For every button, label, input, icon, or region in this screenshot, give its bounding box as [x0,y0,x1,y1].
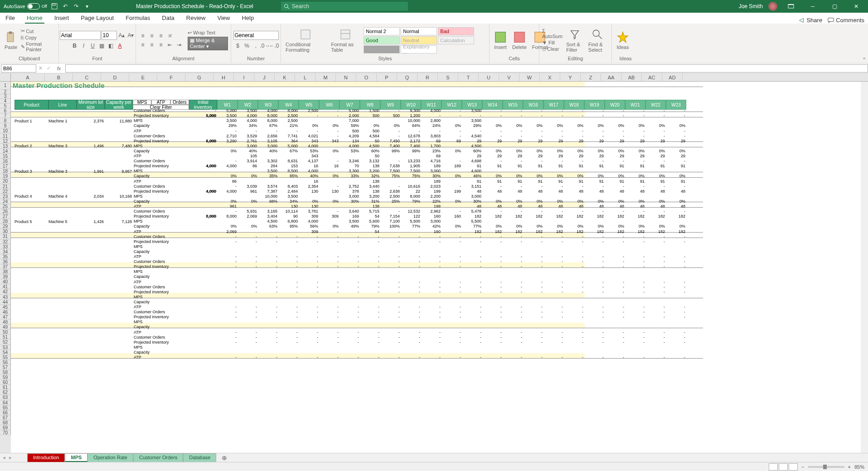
row-header[interactable]: 25 [0,204,11,209]
row-header[interactable]: 18 [0,169,11,174]
column-header[interactable]: E [129,73,157,81]
row-header[interactable]: 37 [0,264,11,269]
column-header[interactable]: Y [560,73,581,81]
menu-tab-review[interactable]: Review [184,13,208,24]
menu-tab-home[interactable]: Home [25,13,44,24]
merge-center-button[interactable]: ▦ Merge & Center ▾ [188,37,228,50]
row-header[interactable]: 8 [0,118,11,123]
menu-tab-file[interactable]: File [4,13,17,24]
row-header[interactable]: 44 [0,300,11,305]
filter-atp-button[interactable]: ATP [151,100,170,105]
column-header[interactable]: U [479,73,499,81]
column-header[interactable]: AA [601,73,621,81]
decrease-font-icon[interactable]: A▾ [127,31,135,39]
page-break-view-icon[interactable] [789,463,798,471]
menu-tab-page-layout[interactable]: Page Layout [79,13,116,24]
column-header[interactable]: N [336,73,356,81]
row-header[interactable]: 13 [0,144,11,149]
row-header[interactable]: 43 [0,295,11,300]
menu-tab-data[interactable]: Data [160,13,176,24]
orientation-icon[interactable]: ⤯ [166,32,174,40]
delete-cells-button[interactable]: Delete [510,30,529,51]
row-header[interactable]: 41 [0,284,11,289]
column-header[interactable]: F [157,73,185,81]
comments-button[interactable]: Comments [828,17,864,24]
row-header[interactable]: 56 [0,360,11,365]
align-right-icon[interactable]: ≡ [157,41,165,49]
row-header[interactable]: 57 [0,365,11,370]
filter-mps-button[interactable]: MPS [133,100,151,105]
row-header[interactable]: 45 [0,305,11,310]
worksheet[interactable]: Master Production Schedule ProductLineMi… [11,82,861,462]
conditional-formatting-button[interactable]: Conditional Formatting [284,27,327,53]
row-header[interactable]: 35 [0,254,11,259]
ideas-button[interactable]: Ideas [615,30,631,51]
align-left-icon[interactable]: ≡ [139,41,147,49]
format-as-table-button[interactable]: Format as Table [329,27,361,53]
row-header[interactable]: 51 [0,335,11,340]
find-select-button[interactable]: Find & Select [587,27,609,53]
autosave-toggle[interactable]: AutoSave Off [4,3,47,10]
row-header[interactable]: 4 [0,99,11,103]
row-header[interactable]: 30 [0,229,11,234]
add-sheet-button[interactable]: ⊕ [216,453,233,462]
row-header[interactable]: 50 [0,330,11,335]
column-header[interactable]: H [213,73,234,81]
row-header[interactable]: 58 [0,370,11,375]
dec-decimal-icon[interactable]: ←.0 [270,42,278,50]
italic-icon[interactable]: I [80,42,88,50]
borders-icon[interactable]: ▦ [98,42,106,50]
vertical-scrollbar[interactable] [861,82,868,462]
save-icon[interactable] [51,3,58,10]
row-header[interactable]: 29 [0,224,11,229]
cell-style-normal[interactable]: Normal [401,27,437,35]
sheet-tab-database[interactable]: Database [183,453,216,462]
cell-style-calculation[interactable]: Calculation [438,36,474,44]
column-header[interactable]: AD [662,73,683,81]
row-header[interactable]: 28 [0,219,11,224]
row-header[interactable]: 60 [0,380,11,385]
row-header[interactable]: 42 [0,289,11,294]
number-format-select[interactable] [233,31,279,40]
column-header[interactable]: J [254,73,275,81]
column-header[interactable]: C [73,73,101,81]
row-header[interactable]: 7 [0,113,11,118]
zoom-in-button[interactable]: + [848,464,851,470]
inc-decimal-icon[interactable]: .0→ [261,42,269,50]
comma-icon[interactable]: , [252,42,260,50]
undo-icon[interactable]: ↶ [62,3,69,10]
tab-nav-first-icon[interactable]: ◄ [2,455,6,460]
cell-style-good[interactable]: Good [364,36,400,44]
cell-style-check-cell[interactable]: Check Cell [364,45,400,53]
row-header[interactable]: 48 [0,320,11,325]
wrap-text-button[interactable]: ↩ Wrap Text [188,30,228,36]
currency-icon[interactable]: $ [234,42,242,50]
column-header[interactable]: Q [397,73,417,81]
column-header[interactable]: P [377,73,397,81]
align-bot-icon[interactable]: ≡ [157,32,165,40]
row-header[interactable]: 14 [0,149,11,154]
column-header[interactable]: V [499,73,519,81]
column-header[interactable]: A [11,73,45,81]
row-header[interactable]: 36 [0,259,11,264]
row-header[interactable]: 26 [0,209,11,214]
share-button[interactable]: Share [798,17,822,24]
collapse-ribbon-icon[interactable]: ^ [863,57,865,62]
row-header[interactable]: 52 [0,340,11,345]
align-top-icon[interactable]: ≡ [139,32,147,40]
row-header[interactable]: 16 [0,159,11,164]
row-header[interactable]: 22 [0,189,11,194]
cell-style-explanatory-[interactable]: Explanatory ... [401,45,437,53]
row-header[interactable]: 49 [0,325,11,330]
row-header[interactable]: 39 [0,274,11,279]
name-box[interactable] [1,64,36,73]
column-header[interactable]: T [458,73,479,81]
row-header[interactable]: 10 [0,128,11,133]
zoom-slider[interactable] [808,466,844,468]
column-header[interactable]: G [185,73,213,81]
cut-button[interactable]: ✂ Cut [21,28,56,34]
column-header[interactable]: B [45,73,73,81]
row-header[interactable]: 67 [0,415,11,420]
indent-inc-icon[interactable]: ⇥ [175,41,183,49]
row-header[interactable]: 40 [0,279,11,284]
